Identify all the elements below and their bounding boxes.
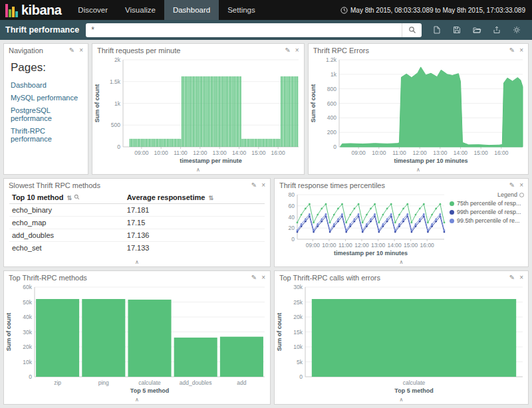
nav-link-postgresql[interactable]: PostgreSQL performance — [11, 106, 81, 122]
svg-text:timestamp per 10 minutes: timestamp per 10 minutes — [394, 157, 467, 164]
magnifier-icon[interactable] — [74, 194, 80, 200]
clock-icon — [340, 7, 348, 14]
new-dashboard-button[interactable] — [428, 22, 446, 38]
legend-item-99-5th[interactable]: 99.5th percentile of re... — [450, 217, 524, 224]
sort-icon[interactable]: ⇅ — [66, 195, 72, 201]
svg-text:13:00: 13:00 — [433, 150, 448, 156]
panel-title: Thrift RPC Errors — [313, 47, 509, 54]
svg-text:400: 400 — [327, 114, 336, 121]
nav-link-mysql[interactable]: MySQL performance — [11, 94, 81, 102]
svg-text:25k: 25k — [293, 299, 303, 306]
svg-text:0: 0 — [299, 373, 303, 380]
collapse-toggle[interactable]: ∧ — [407, 167, 430, 173]
edit-icon[interactable]: ✎ — [251, 182, 257, 189]
edit-icon[interactable]: ✎ — [509, 47, 515, 54]
search-input[interactable] — [86, 23, 402, 37]
column-header-method[interactable]: Top 10 method ⇅ — [9, 191, 124, 204]
kibana-logo-icon — [5, 3, 18, 17]
svg-text:add: add — [237, 379, 246, 386]
collapse-toggle[interactable]: ∧ — [390, 260, 413, 265]
nav-item-discover[interactable]: Discover — [69, 0, 116, 20]
svg-text:20: 20 — [289, 225, 295, 231]
svg-text:16:00: 16:00 — [420, 242, 435, 249]
edit-icon[interactable]: ✎ — [251, 274, 257, 281]
chart-legend: Legend 75th percentile of resp... 99th p… — [450, 191, 528, 258]
edit-icon[interactable]: ✎ — [285, 47, 290, 54]
close-icon[interactable]: × — [295, 47, 299, 54]
kibana-logo[interactable]: kibana — [0, 0, 69, 20]
svg-text:Sum of count: Sum of count — [94, 84, 100, 123]
svg-text:60k: 60k — [23, 284, 32, 290]
svg-text:10:00: 10:00 — [154, 150, 169, 156]
edit-icon[interactable]: ✎ — [509, 274, 515, 281]
collapse-toggle[interactable]: ∧ — [126, 260, 148, 265]
panel-title: Top Thrift-RPC calls with errors — [279, 274, 509, 282]
svg-text:80: 80 — [289, 191, 295, 198]
nav-link-dashboard[interactable]: Dashboard — [11, 81, 81, 89]
collapse-toggle[interactable]: ∧ — [187, 167, 209, 173]
svg-text:Top 5 method: Top 5 method — [130, 387, 169, 394]
svg-text:timestamp per minute: timestamp per minute — [180, 157, 242, 164]
svg-text:16:00: 16:00 — [494, 150, 509, 156]
panel-rpc-errors: Thrift RPC Errors ✎ × 02004006008001k1.2… — [308, 43, 529, 175]
svg-text:1k: 1k — [114, 100, 121, 107]
svg-text:12:00: 12:00 — [354, 242, 369, 249]
save-icon — [453, 26, 461, 34]
svg-text:15k: 15k — [293, 329, 303, 336]
svg-text:11:00: 11:00 — [338, 242, 352, 249]
close-icon[interactable]: × — [261, 274, 265, 281]
close-icon[interactable]: × — [519, 47, 523, 54]
nav-item-visualize[interactable]: Visualize — [116, 0, 164, 20]
share-icon — [493, 26, 501, 34]
requests-per-minute-chart[interactable]: 05001k1.5k2k09:0010:0011:0012:0013:0014:… — [92, 56, 304, 165]
nav-item-settings[interactable]: Settings — [219, 0, 264, 20]
svg-text:Sum of count: Sum of count — [5, 313, 12, 352]
share-dashboard-button[interactable] — [488, 22, 505, 38]
time-range-picker[interactable]: May 8th 2015, 08:03:33.089 to May 8th 20… — [340, 7, 532, 14]
edit-icon[interactable]: ✎ — [509, 182, 515, 189]
svg-text:Top 5 method: Top 5 method — [394, 387, 433, 394]
top-errors-chart[interactable]: 05k10k15k20k25k30kcalculateTop 5 methodS… — [275, 283, 528, 395]
svg-text:20k: 20k — [293, 314, 303, 320]
options-button[interactable] — [508, 22, 525, 38]
svg-text:13:00: 13:00 — [213, 150, 227, 156]
top-methods-chart[interactable]: 010k20k30k40k50k60kzippingcalculateadd_d… — [4, 283, 270, 395]
column-header-responsetime[interactable]: Average responsetime ⇅ — [124, 191, 265, 204]
close-icon[interactable]: × — [261, 182, 265, 189]
panel-title: Thrift response times percentiles — [279, 181, 509, 189]
svg-text:14:00: 14:00 — [232, 150, 247, 156]
svg-text:12:00: 12:00 — [193, 150, 207, 156]
svg-text:zip: zip — [54, 379, 61, 386]
legend-dot — [450, 201, 454, 206]
percentiles-chart[interactable]: 02040608009:0010:0011:0012:0013:0014:001… — [275, 191, 450, 258]
pages-heading: Pages: — [11, 61, 81, 74]
edit-icon[interactable]: ✎ — [69, 47, 74, 54]
rpc-errors-chart[interactable]: 02004006008001k1.2k09:0010:0011:0012:001… — [309, 56, 528, 165]
legend-header[interactable]: Legend — [450, 191, 524, 198]
panel-navigation: Navigation ✎ × Pages: Dashboard MySQL pe… — [3, 43, 88, 175]
sort-icon[interactable]: ⇅ — [208, 195, 213, 201]
gear-icon — [513, 26, 521, 34]
close-icon[interactable]: × — [79, 47, 83, 54]
svg-text:09:00: 09:00 — [351, 150, 366, 156]
search-button[interactable] — [402, 23, 422, 37]
svg-text:40k: 40k — [23, 314, 32, 320]
legend-item-75th[interactable]: 75th percentile of resp... — [450, 200, 524, 207]
panel-top-methods: Top Thrift-RPC methods ✎ × 010k20k30k40k… — [3, 270, 271, 405]
save-dashboard-button[interactable] — [448, 22, 466, 38]
close-icon[interactable]: × — [519, 274, 523, 281]
close-icon[interactable]: × — [519, 182, 523, 189]
legend-dot — [450, 219, 454, 223]
table-row: echo_map 17.15 — [9, 217, 265, 229]
collapse-toggle[interactable]: ∧ — [126, 397, 148, 403]
load-dashboard-button[interactable] — [468, 22, 485, 38]
collapse-toggle[interactable]: ∧ — [390, 397, 413, 403]
svg-text:add_doubles: add_doubles — [180, 379, 212, 386]
nav-item-dashboard[interactable]: Dashboard — [164, 0, 219, 20]
nav-link-thrift-rpc[interactable]: Thrift-RPC performance — [11, 127, 81, 143]
svg-text:calculate: calculate — [138, 379, 161, 386]
svg-text:15:00: 15:00 — [473, 150, 488, 156]
legend-item-99th[interactable]: 99th percentile of resp... — [450, 209, 524, 215]
svg-text:0: 0 — [29, 373, 32, 380]
table-row: echo_binary 17.181 — [9, 204, 265, 217]
